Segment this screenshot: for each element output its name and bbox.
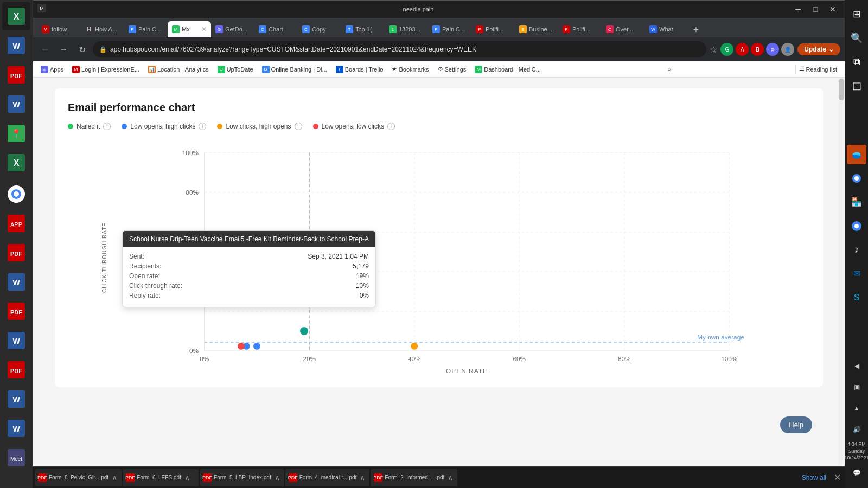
task-view-icon[interactable]: ⧉ (847, 52, 866, 72)
taskbar-icon-chrome[interactable] (2, 180, 30, 208)
ext-icon-3[interactable]: B (751, 43, 764, 56)
taskbar-icon-word[interactable]: W (2, 31, 30, 60)
update-button[interactable]: Update ⌄ (797, 43, 840, 55)
tab-follow[interactable]: M follow (37, 21, 81, 37)
help-button[interactable]: Help (780, 416, 812, 433)
taskbar-icon-word3[interactable]: W (2, 268, 30, 296)
search-icon[interactable]: 🔍 (847, 28, 866, 48)
legend-info-low-opens-high-clicks[interactable]: i (199, 123, 206, 130)
bookmark-star-icon[interactable]: ☆ (710, 44, 717, 55)
tab-busi[interactable]: B Busine... (515, 21, 558, 37)
taskbar-icon-pdf[interactable]: PDF (2, 61, 30, 89)
taskbar-icon-word5[interactable]: W (2, 385, 30, 413)
legend-dot-low-clicks-high-opens (217, 124, 222, 129)
taskbar-icon-pdf3[interactable]: PDF (2, 297, 30, 325)
tab-pain[interactable]: P Pain C... (124, 21, 168, 37)
bookmark-gmail[interactable]: M Login | ExpressionE... (69, 65, 143, 74)
tab-close-mx[interactable]: ✕ (201, 25, 207, 33)
ext-icon-4[interactable]: ⚙ (766, 43, 779, 56)
taskbar-icon-maps[interactable]: 📍 (2, 119, 30, 147)
wifi-icon[interactable]: ▲ (847, 399, 866, 418)
bookmarks-overflow-button[interactable]: » (668, 66, 671, 73)
new-tab-button[interactable]: + (688, 22, 704, 37)
profile-icon[interactable]: 👤 (781, 43, 794, 56)
bottom-file-close-3[interactable]: ∧ (273, 473, 281, 482)
tab-what[interactable]: W What (645, 21, 688, 37)
page-content: Email performance chart Nailed it i Low … (33, 78, 845, 466)
bookmark-bookmarks[interactable]: ★ Bookmarks (388, 65, 432, 74)
tab-pollfis2[interactable]: P Pollfi... (558, 21, 602, 37)
bottom-file-close-1[interactable]: ∧ (111, 473, 118, 482)
close-all-button[interactable]: ✕ (832, 472, 843, 483)
ext-icon-1[interactable]: G (720, 43, 733, 56)
bookmark-dashboard[interactable]: M Dashboard - MediC... (471, 65, 544, 74)
taskbar-icon-meeting[interactable]: Meet (2, 444, 30, 472)
store-icon[interactable]: 🏪 (847, 192, 866, 212)
tab-how[interactable]: H How A... (81, 21, 124, 37)
bottom-file-close-5[interactable]: ∧ (446, 473, 454, 482)
taskbar-icon-excel2[interactable]: X (2, 149, 30, 177)
bottom-file-4[interactable]: PDF Form_4_medical-r....pdf ∧ (285, 469, 370, 486)
data-point-low-opens-low-clicks[interactable] (238, 343, 245, 350)
url-bar[interactable]: 🔒 app.hubspot.com/email/7602739/analyze?… (93, 41, 706, 57)
bottom-file-3[interactable]: PDF Form_5_LBP_Index.pdf ∧ (200, 469, 284, 486)
back-icon[interactable]: ◀ (847, 356, 866, 376)
bookmark-apps[interactable]: ⊞ Apps (37, 65, 67, 74)
taskbar-icon-word6[interactable]: W (2, 414, 30, 442)
bookmark-location[interactable]: 📊 Location - Analytics (145, 65, 212, 74)
skype-icon[interactable]: S (847, 288, 866, 307)
tab-13203[interactable]: 1 13203... (385, 21, 428, 37)
legend-info-nailed-it[interactable]: i (103, 123, 111, 130)
tab-pollfis[interactable]: P Pollfi... (471, 21, 515, 37)
tab-painc2[interactable]: P Pain C... (428, 21, 471, 37)
bottom-file-close-4[interactable]: ∧ (359, 473, 366, 482)
bookmark-settings[interactable]: ⚙ Settings (435, 65, 470, 74)
widgets-icon[interactable]: ◫ (847, 76, 866, 95)
legend-info-low-opens-low-clicks[interactable]: i (387, 123, 395, 130)
bottom-file-2[interactable]: PDF Form_6_LEFS.pdf ∧ (123, 469, 199, 486)
edge-icon[interactable] (847, 145, 866, 164)
taskbar-icon-app1[interactable]: APP (2, 209, 30, 237)
bookmark-banking[interactable]: B Online Banking | Di... (259, 65, 330, 74)
screen-icon[interactable]: ▣ (847, 377, 866, 397)
maximize-button[interactable]: □ (808, 4, 823, 15)
data-point-low-clicks-high-opens[interactable] (411, 343, 418, 350)
chrome2-icon[interactable] (847, 216, 866, 236)
reading-list-button[interactable]: ☰ Reading list (795, 65, 840, 74)
windows-icon[interactable]: ⊞ (847, 4, 866, 24)
mail-icon[interactable]: ✉ (847, 264, 866, 284)
edge-icon-2[interactable] (847, 169, 866, 188)
bookmark-trello[interactable]: T Boards | Trello (333, 65, 387, 74)
bookmark-uptodate[interactable]: U UpToDate (214, 65, 257, 74)
legend-info-low-clicks-high-opens[interactable]: i (295, 123, 302, 130)
taskbar-icon-word4[interactable]: W (2, 326, 30, 355)
tab-chart[interactable]: C Chart (254, 21, 298, 37)
data-point-low-opens-high-clicks-1[interactable] (253, 343, 260, 350)
taskbar-icon-word2[interactable]: W (2, 90, 30, 118)
tab-over[interactable]: O Over... (602, 21, 645, 37)
refresh-button[interactable]: ↻ (74, 42, 90, 57)
minimize-button[interactable]: ─ (790, 4, 806, 15)
close-button[interactable]: ✕ (825, 4, 840, 15)
tab-getdoc[interactable]: G GetDo... (211, 21, 254, 37)
forward-button[interactable]: → (56, 42, 71, 57)
taskbar-icon-pdf2[interactable]: PDF (2, 239, 30, 267)
scrollbar-thumb[interactable] (839, 79, 844, 100)
bottom-file-close-2[interactable]: ∧ (183, 473, 191, 482)
tab-copy[interactable]: C Copy (298, 21, 341, 37)
tab-mx[interactable]: M Mx ✕ (168, 21, 211, 37)
volume-icon[interactable]: 🔊 (847, 420, 866, 439)
data-point-tooltip-active[interactable] (300, 327, 308, 335)
bottom-file-1[interactable]: PDF Form_8_Pelvic_Gir....pdf ∧ (35, 469, 122, 486)
scrollbar-track[interactable] (838, 78, 845, 466)
music-icon[interactable]: ♪ (847, 240, 866, 260)
show-all-button[interactable]: Show all (797, 474, 831, 481)
ext-icon-2[interactable]: A (736, 43, 749, 56)
taskbar-icon-excel[interactable]: X (2, 2, 30, 30)
chat-icon[interactable]: 💬 (847, 463, 866, 483)
tab-top10[interactable]: T Top 1( (341, 21, 385, 37)
bottom-file-5[interactable]: PDF Form_2_Informed_....pdf ∧ (371, 469, 457, 486)
taskbar-icon-pdf4[interactable]: PDF (2, 356, 30, 384)
tab-favicon-how: H (85, 25, 93, 33)
back-button[interactable]: ← (37, 42, 53, 57)
